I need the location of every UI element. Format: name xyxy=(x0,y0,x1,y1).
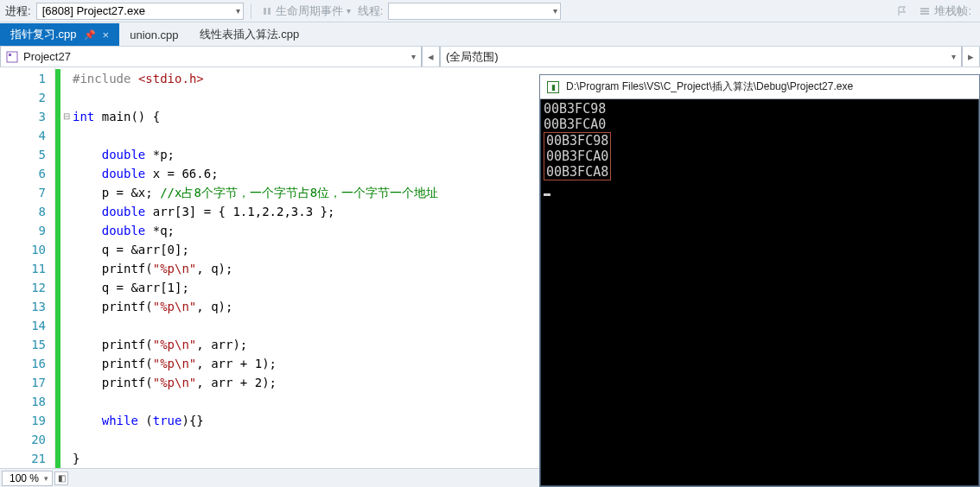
svg-rect-5 xyxy=(7,52,17,62)
lifecycle-events-button[interactable]: 生命周期事件 ▾ xyxy=(258,3,354,19)
svg-rect-2 xyxy=(920,8,929,9)
console-titlebar[interactable]: ▮ D:\Program Files\VS\C_Project\插入算法\Deb… xyxy=(540,75,979,99)
svg-rect-1 xyxy=(268,8,270,15)
nav-forward[interactable]: ▸ xyxy=(962,47,980,66)
split-toggle[interactable]: ◧ xyxy=(54,471,68,485)
zoom-dropdown[interactable]: 100 % ▾ xyxy=(2,471,53,486)
scope-bar: Project27 ▾ ◂ (全局范围) ▾ ▸ xyxy=(0,47,980,67)
process-label: 进程: xyxy=(5,3,31,19)
close-icon[interactable]: × xyxy=(103,28,110,41)
chevron-down-icon: ▾ xyxy=(44,474,48,483)
line-gutter: 123456789101112131415161718192021 xyxy=(0,67,55,468)
flag-icon xyxy=(896,5,908,17)
console-title-text: D:\Program Files\VS\C_Project\插入算法\Debug… xyxy=(566,79,853,94)
process-dropdown[interactable]: [6808] Project27.exe ▾ xyxy=(36,3,244,20)
svg-rect-0 xyxy=(264,8,266,15)
fold-column: ⊟ xyxy=(60,67,73,468)
flag-button[interactable] xyxy=(893,5,912,17)
function-scope[interactable]: (全局范围) ▾ xyxy=(440,47,962,66)
separator xyxy=(251,3,251,19)
console-window[interactable]: ▮ D:\Program Files\VS\C_Project\插入算法\Deb… xyxy=(539,74,980,487)
process-value: [6808] Project27.exe xyxy=(42,4,145,17)
chevron-down-icon: ▾ xyxy=(411,52,416,61)
pause-icon xyxy=(262,6,272,16)
chevron-down-icon: ▾ xyxy=(347,6,351,16)
thread-label: 线程: xyxy=(358,3,384,19)
document-tabs: 指针复习.cpp 📌 × union.cpp 线性表插入算法.cpp xyxy=(0,22,980,47)
console-output: 00B3FC9800B3FCA0 00B3FC9800B3FCA000B3FCA… xyxy=(540,99,979,198)
stack-icon xyxy=(919,5,931,17)
stack-frame-dropdown[interactable]: 堆栈帧: xyxy=(915,3,975,19)
svg-rect-4 xyxy=(920,13,929,15)
module-icon xyxy=(6,51,18,63)
nav-back[interactable]: ◂ xyxy=(422,47,440,66)
tab-linear-insert[interactable]: 线性表插入算法.cpp xyxy=(189,23,310,46)
svg-rect-6 xyxy=(9,54,11,56)
console-cursor xyxy=(544,193,550,196)
chevron-down-icon: ▾ xyxy=(236,6,240,16)
pin-icon[interactable]: 📌 xyxy=(84,29,96,41)
thread-dropdown[interactable]: ▾ xyxy=(388,3,561,20)
console-icon: ▮ xyxy=(547,81,559,93)
tab-pointer-review[interactable]: 指针复习.cpp 📌 × xyxy=(0,23,119,46)
chevron-down-icon: ▾ xyxy=(553,6,557,16)
svg-rect-3 xyxy=(920,10,929,12)
chevron-down-icon: ▾ xyxy=(951,52,956,61)
debug-toolbar: 进程: [6808] Project27.exe ▾ 生命周期事件 ▾ 线程: … xyxy=(0,0,980,22)
tab-union[interactable]: union.cpp xyxy=(119,23,188,46)
project-scope[interactable]: Project27 ▾ xyxy=(0,47,422,66)
